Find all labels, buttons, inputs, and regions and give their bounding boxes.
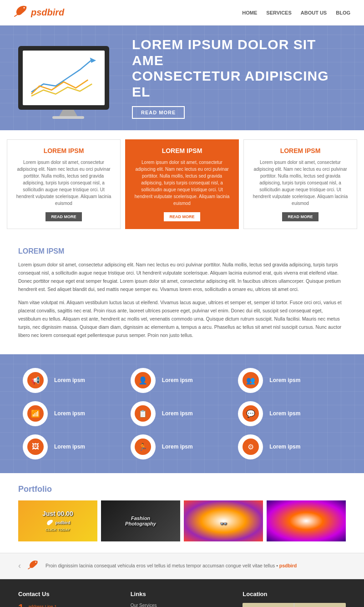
service-item-9[interactable]: ⚙ Lorem ipsm: [238, 434, 341, 459]
footer-contact-col: Contact Us 1 address Line 1 address Line…: [18, 591, 121, 607]
footer-links-col: Links Our Services Topics FAQ's Testimon…: [131, 591, 234, 607]
testimonial-prev-button[interactable]: ‹: [18, 561, 21, 571]
monitor-stand: [59, 110, 77, 116]
header: psdbird HOME SERVICES ABOUT US BLOG: [0, 0, 364, 26]
person-icon: 👤: [135, 372, 151, 388]
portfolio-item-3[interactable]: 👓: [184, 500, 263, 541]
feature-card-2-btn[interactable]: READ MORE: [164, 212, 200, 221]
footer-contact-1: 1 address Line 1 address Line 2 Phone Nu…: [18, 603, 121, 607]
nav-about[interactable]: ABOUT US: [301, 10, 327, 15]
service-icon-circle-7: 🖼: [23, 434, 48, 459]
portfolio-item-1[interactable]: Just 00.00 psdbird CLICK TODAY: [18, 500, 97, 541]
logo-area: psdbird: [14, 5, 64, 20]
portfolio-item-2[interactable]: FashionPhotography: [101, 500, 180, 541]
hero-readmore-button[interactable]: READ MORE: [132, 106, 185, 119]
service-label-5: Lorem ipsm: [162, 410, 193, 417]
service-item-3[interactable]: 👥 Lorem ipsm: [238, 368, 341, 393]
monitor-screen: [23, 51, 105, 105]
hero-section: LOREM IPSUM DOLOR SIT AME CONSECTETUR AD…: [0, 26, 364, 130]
features-section: LOREM IPSM Lorem ipsum dolor sit amet, c…: [0, 130, 364, 238]
nav-home[interactable]: HOME: [242, 10, 257, 15]
svg-point-0: [24, 7, 25, 9]
service-item-6[interactable]: 💬 Lorem ipsm: [238, 401, 341, 426]
portfolio-title: Portfolio: [18, 485, 346, 494]
feature-card-1: LOREM IPSM Lorem ipsum dolor sit amet, c…: [7, 139, 121, 229]
feature-card-3-text: Lorem ipsum dolor sit amet, consectetur …: [251, 159, 349, 207]
footer-location-title: Location: [243, 591, 346, 597]
testimonial-bar: ‹ Proin dignissim lacinia consequat vehi…: [0, 553, 364, 579]
service-icon-circle-6: 💬: [238, 401, 263, 426]
service-icon-circle-4: 📶: [23, 401, 48, 426]
about-paragraph-2: Nam vitae volutpat mi. Aliquam vestibulu…: [18, 299, 346, 339]
service-label-7: Lorem ipsm: [54, 444, 85, 450]
main-nav: HOME SERVICES ABOUT US BLOG: [242, 10, 350, 15]
portfolio-item-4[interactable]: [267, 500, 346, 541]
feature-card-2-text: Lorem ipsum dolor sit amet, consectetur …: [133, 159, 231, 207]
portfolio-label-1: Just 00.00 psdbird CLICK TODAY: [40, 508, 75, 534]
testimonial-text: Proin dignissim lacinia consequat vehicu…: [46, 562, 346, 570]
service-item-7[interactable]: 🖼 Lorem ipsm: [23, 434, 126, 459]
hero-title: LOREM IPSUM DOLOR SIT AME CONSECTETUR AD…: [132, 37, 346, 100]
service-item-8[interactable]: 🏃 Lorem ipsm: [131, 434, 234, 459]
footer-location-col: Location Poland Berlin Poznan Warsaw Kra…: [243, 591, 346, 607]
service-icon-circle-3: 👥: [238, 368, 263, 393]
nav-services[interactable]: SERVICES: [266, 10, 291, 15]
chat-icon: 💬: [243, 405, 259, 422]
svg-point-5: [35, 561, 36, 562]
feature-card-1-btn[interactable]: READ MORE: [46, 212, 81, 221]
group-icon: 👥: [243, 372, 259, 388]
service-label-4: Lorem ipsm: [54, 410, 85, 417]
megaphone-icon: 📢: [27, 372, 44, 388]
hero-text-block: LOREM IPSUM DOLOR SIT AME CONSECTETUR AD…: [132, 37, 346, 119]
portfolio-label-2: FashionPhotography: [121, 511, 161, 531]
footer-contact-details-1: address Line 1 address Line 2 Phone Numb…: [28, 603, 84, 607]
service-label-6: Lorem ipsm: [269, 410, 300, 417]
testimonial-bird-icon: [27, 560, 39, 572]
footer-contact-num-1: 1: [18, 603, 24, 607]
service-icon-circle-9: ⚙: [238, 434, 263, 459]
about-title: LOREM IPSM: [18, 247, 346, 255]
service-label-8: Lorem ipsm: [162, 444, 193, 450]
service-label-3: Lorem ipsm: [269, 377, 300, 383]
run-icon: 🏃: [135, 439, 151, 455]
map-placeholder: Poland Berlin Poznan Warsaw Krakow ...ma…: [243, 603, 346, 607]
bird-logo-icon: [14, 5, 28, 20]
image-icon: 🖼: [27, 439, 44, 455]
feature-card-3-title: LOREM IPSM: [251, 147, 349, 154]
service-icon-circle-1: 📢: [23, 368, 48, 393]
about-section: LOREM IPSM Lorem ipsum dolor sit amet, c…: [0, 238, 364, 354]
svg-text:👓: 👓: [220, 520, 228, 527]
feature-card-1-text: Lorem ipsum dolor sit amet, consectetur …: [15, 159, 113, 207]
footer-link-0[interactable]: Our Services: [131, 603, 234, 607]
svg-marker-1: [90, 58, 96, 63]
feature-card-3-btn[interactable]: READ MORE: [282, 212, 318, 221]
gear-icon: ⚙: [243, 439, 259, 455]
service-label-9: Lorem ipsm: [269, 444, 300, 450]
nav-blog[interactable]: BLOG: [336, 10, 350, 15]
monitor-display: [18, 46, 109, 110]
monitor-graphic: [18, 46, 118, 119]
feature-card-1-title: LOREM IPSM: [15, 147, 113, 154]
footer-links-title: Links: [131, 591, 234, 597]
clipboard-icon: 📋: [135, 405, 151, 422]
logo-text: psdbird: [31, 7, 64, 18]
monitor-base: [52, 116, 84, 119]
footer-section: Contact Us 1 address Line 1 address Line…: [0, 579, 364, 607]
testimonial-link[interactable]: psdbird: [279, 563, 297, 568]
service-item-5[interactable]: 📋 Lorem ipsm: [131, 401, 234, 426]
service-icon-circle-2: 👤: [131, 368, 156, 393]
feature-card-3: LOREM IPSM Lorem ipsum dolor sit amet, c…: [243, 139, 357, 229]
portfolio-grid: Just 00.00 psdbird CLICK TODAY FashionPh…: [18, 500, 346, 541]
service-label-2: Lorem ipsm: [162, 377, 193, 383]
service-label-1: Lorem ipsm: [54, 377, 85, 383]
footer-contact-title: Contact Us: [18, 591, 121, 597]
feature-card-2-title: LOREM IPSM: [133, 147, 231, 154]
services-section: 📢 Lorem ipsm 👤 Lorem ipsm 👥 Lorem ipsm 📶…: [0, 354, 364, 473]
service-item-1[interactable]: 📢 Lorem ipsm: [23, 368, 126, 393]
about-paragraph-1: Lorem ipsum dolor sit amet, consectetur …: [18, 261, 346, 293]
services-grid: 📢 Lorem ipsm 👤 Lorem ipsm 👥 Lorem ipsm 📶…: [23, 368, 341, 459]
service-icon-circle-8: 🏃: [131, 434, 156, 459]
service-item-2[interactable]: 👤 Lorem ipsm: [131, 368, 234, 393]
portfolio-section: Portfolio Just 00.00 psdbird CLICK TODAY…: [0, 473, 364, 553]
service-item-4[interactable]: 📶 Lorem ipsm: [23, 401, 126, 426]
